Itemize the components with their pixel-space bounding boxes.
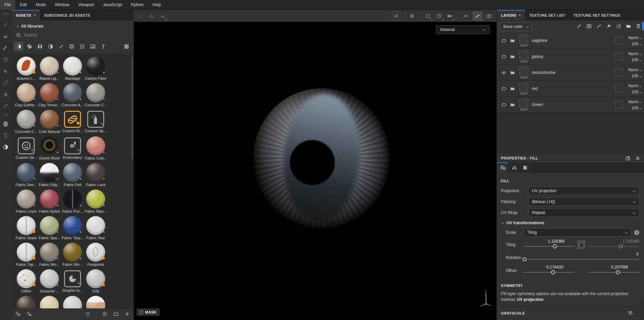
paint-tool-icon[interactable] [1,20,11,29]
layer-name[interactable]: monochrome [532,70,555,75]
asset-custom-sti[interactable]: Custom Sti... [15,136,38,163]
asset-glitter[interactable]: Glitter [15,269,38,296]
layer-thumbnail[interactable] [519,35,528,44]
asset-embroidery[interactable]: Embroidery [61,136,84,163]
delete-layer-icon[interactable] [635,23,641,30]
close-tab-icon[interactable]: × [519,13,521,18]
menu-help[interactable]: Help [148,0,166,10]
tiling-y-slider[interactable]: 1.116366 [588,239,639,250]
slider-handle[interactable] [553,244,557,248]
slider-handle[interactable] [619,244,623,248]
asset-fabric-puc[interactable]: Fabric Puc... [61,189,84,216]
refresh-assets-icon[interactable] [85,311,91,318]
asset-fabric-den[interactable]: Fabric Den... [15,163,38,189]
slider-handle[interactable] [551,270,555,274]
mask-view-tool-icon[interactable] [1,142,11,152]
grayscale-list-icon[interactable] [628,310,633,316]
blend-mode-value[interactable]: Norm [628,100,638,104]
slider-handle[interactable] [616,270,620,274]
asset-fabric-spa[interactable]: Fabric Spa... [38,216,61,243]
asset-carbon-fiber[interactable]: Carbon Fiber [84,57,107,83]
asset-fabric-cott[interactable]: Fabric Cott... [84,136,107,163]
add-effect-wand-icon[interactable] [576,23,582,30]
tab-texture-set-list[interactable]: TEXTURE SET LIST [525,10,569,20]
layer-row-monochrome[interactable]: monochromeNorm100 [497,65,644,81]
asset-clay-earthe[interactable]: Clay Earthe... [15,83,38,110]
asset-concrete-c[interactable]: Concrete C... [15,110,38,136]
lock-ratio-button[interactable] [577,240,585,249]
export-resources-icon[interactable] [26,311,32,318]
visibility-off-icon[interactable] [500,102,507,108]
blend-mode-value[interactable]: Norm [628,51,638,56]
viewport-toolbar-handle[interactable] [137,14,142,18]
tab-symmetry[interactable] [508,162,520,173]
viewport-3d-canvas[interactable]: Material MASK Y [134,22,497,320]
asset-baked-lig[interactable]: Baked Lig... [38,57,61,83]
blend-mode-value[interactable]: Norm [628,67,638,72]
patterns-filter-icon[interactable] [78,42,87,51]
smudge-tool-icon[interactable] [1,66,11,76]
layer-row-sapphire[interactable]: sapphireNorm100 [497,33,644,49]
alphas-filter-icon[interactable] [35,42,44,51]
asset-footprints[interactable]: Footprints [84,243,107,269]
environments-filter-icon[interactable] [88,42,97,51]
asset-fabric-seam[interactable]: Fabric Seam [15,216,38,243]
import-resources-icon[interactable] [15,311,21,318]
screenshot-camera-icon[interactable] [485,12,493,20]
add-asset-icon[interactable] [124,311,130,318]
uv-transformations-toggle[interactable]: UV transformations [502,220,639,225]
asset-untitled[interactable] [61,296,84,308]
blend-mode-value[interactable]: Norm [628,83,638,88]
asset-fabric-linen[interactable]: Fabric Linen [15,189,38,216]
asset-untitled[interactable] [84,296,107,308]
materials-filter-icon[interactable] [14,42,23,51]
info-icon[interactable]: i [634,230,639,235]
search-input[interactable] [24,33,99,37]
mirror-flip-settings-icon[interactable] [158,12,167,20]
menu-window[interactable]: Window [50,0,74,10]
asset-untitled[interactable] [15,296,38,308]
layer-mask-slot[interactable] [615,69,623,76]
layer-name[interactable]: Green [532,102,543,107]
add-group-folder-icon[interactable] [626,23,631,30]
scale-dropdown[interactable]: Tiling [523,228,631,237]
clear-filter-icon[interactable] [102,311,108,318]
rotation-slider[interactable]: 0 [523,252,639,263]
asset-fabric-wo[interactable]: Fabric Wo... [61,243,84,269]
asset-fabric-tear[interactable]: Fabric Tear [84,216,107,243]
color-picker-tool-icon[interactable] [1,101,11,110]
particles-tool-icon[interactable] [1,131,11,140]
projection-dropdown[interactable]: UV projection [528,186,639,195]
add-fill-layer-icon[interactable] [586,23,592,30]
tab-layers[interactable]: LAYERS × [497,10,525,20]
layer-name[interactable]: sapphire [532,38,547,43]
solo-3d-view-icon[interactable] [435,12,443,20]
toolbar-drag-handle[interactable] [3,13,9,15]
perspective-view-icon[interactable] [424,12,433,20]
offset-y-slider[interactable]: 0.207056 [588,265,639,276]
layer-row-red[interactable]: redNorm100 [497,81,644,97]
paint-mode-icon[interactable] [472,11,483,21]
layer-row-Green[interactable]: GreenNorm100 [497,97,644,113]
tab-texture-set-settings[interactable]: TEXTURE SET SETTINGS [569,10,625,20]
uv-wrap-dropdown[interactable]: Repeat [528,208,639,217]
pause-engine-icon[interactable] [408,12,417,20]
opacity-value[interactable]: 100 [631,90,638,94]
close-icon[interactable] [635,156,640,161]
asset-concrete-c[interactable]: Concrete C... [84,83,107,110]
grid-view-icon[interactable] [122,42,131,51]
asset-cork-natural[interactable]: Cork Natural [38,110,61,136]
undock-icon[interactable] [626,156,630,161]
hide-gizmos-icon[interactable] [392,12,400,20]
mask-indicator[interactable]: MASK [137,308,160,316]
layer-thumbnail[interactable] [519,51,528,60]
offset-x-slider[interactable]: 0.174433 [523,265,575,276]
asset-custom-ri[interactable]: Custom Ri... [61,110,84,136]
tab-gradient[interactable] [520,162,532,173]
visibility-off-icon[interactable] [500,86,507,92]
tiling-x-slider[interactable]: 1.116366 [523,239,575,250]
physical-paint-tool-icon[interactable] [1,119,11,128]
asset-fabric-lace[interactable]: Fabric Lace [84,163,107,189]
clone-tool-icon[interactable] [1,78,11,87]
visibility-off-icon[interactable] [500,38,507,44]
